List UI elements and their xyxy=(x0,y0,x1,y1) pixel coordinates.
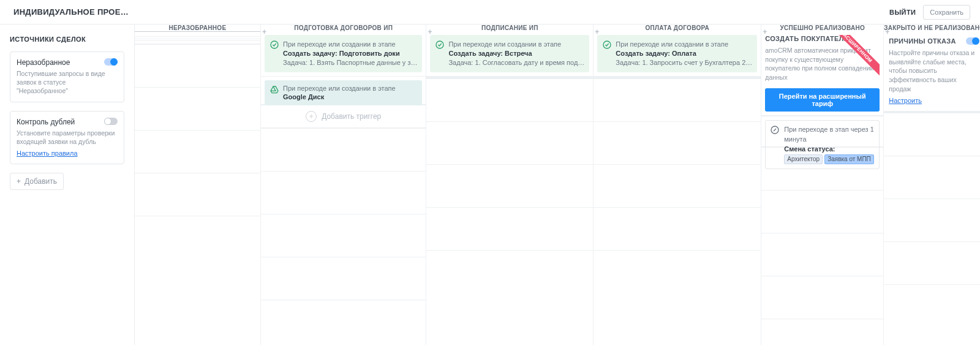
add-source-button[interactable]: + Добавить xyxy=(10,173,64,190)
empty-cell xyxy=(135,31,260,36)
promo-title: СОЗДАТЬ ПОКУПАТЕЛЯ xyxy=(765,35,880,42)
card-sub: Задача: 1. Согласовать дату и время под… xyxy=(448,58,584,67)
edit-icon xyxy=(770,125,780,135)
column-title: ЗАКРЫТО И НЕ РЕАЛИЗОВАНО xyxy=(884,25,980,31)
source-title: Контроль дублей xyxy=(17,118,118,126)
column-header-prep[interactable]: + ПОДГОТОВКА ДОГОВОРОВ ИП xyxy=(261,25,426,31)
status-change-label: Смена статуса: xyxy=(784,145,835,153)
card-sub: Задача: 1. Запросить счет у Бухгалтера 2… xyxy=(616,58,752,67)
trigger-card-status-change[interactable]: При переходе в этап через 1 минута Смена… xyxy=(765,120,880,169)
status-tag-from[interactable]: Архитектор xyxy=(784,154,823,165)
configure-reasons-link[interactable]: Настроить xyxy=(889,97,922,104)
column-title: НЕРАЗОБРАННОЕ xyxy=(169,25,227,31)
source-desc: Установите параметры проверки входящей з… xyxy=(17,129,118,146)
source-desc: Поступившие запросы в виде заявок в стат… xyxy=(17,69,118,96)
pipeline-title-text: ИНДИВИДУАЛЬНОЕ ПРОЕ… xyxy=(13,7,129,17)
source-toggle-unsorted[interactable] xyxy=(104,58,118,66)
column-title: ОПЛАТА ДОГОВОРА xyxy=(645,25,709,31)
add-trigger-label: Добавить триггер xyxy=(322,112,381,121)
configure-rules-link[interactable]: Настроить правила xyxy=(17,150,78,157)
card-title: Создать задачу: Подготовить доки xyxy=(283,49,417,58)
card-pretext: При переходе или создании в этапе xyxy=(448,40,584,49)
svg-point-2 xyxy=(603,41,611,48)
svg-point-0 xyxy=(271,41,278,48)
card-title: Создать задачу: Оплата xyxy=(616,49,752,58)
source-card-unsorted[interactable]: Неразобранное Поступившие запросы в виде… xyxy=(10,51,124,102)
column-title: УСПЕШНО РЕАЛИЗОВАНО xyxy=(780,25,865,31)
svg-point-1 xyxy=(436,41,443,48)
column-title: ПОДПИСАНИЕ ИП xyxy=(481,25,538,31)
google-drive-icon xyxy=(270,85,279,95)
add-trigger-button[interactable]: + Добавить триггер xyxy=(261,105,426,127)
column-header-pay[interactable]: + ОПЛАТА ДОГОВОРА xyxy=(594,25,761,31)
card-pretext: При переходе или создании в этапе xyxy=(283,40,417,49)
source-title: Неразобранное xyxy=(17,58,118,67)
card-pretext: При переходе или создании в этапе xyxy=(283,84,417,93)
trigger-card-pay-task[interactable]: При переходе или создании в этапе Создат… xyxy=(597,35,757,72)
check-circle-icon xyxy=(435,40,445,50)
trigger-card-prep-task[interactable]: При переходе или создании в этапе Создат… xyxy=(265,35,422,72)
exit-link[interactable]: ВЫЙТИ xyxy=(889,9,916,16)
column-title: ПОДГОТОВКА ДОГОВОРОВ ИП xyxy=(294,25,393,31)
column-header-realized[interactable]: + УСПЕШНО РЕАЛИЗОВАНО xyxy=(761,25,883,31)
create-buyer-promo: В РАСШИРЕННОМ СОЗДАТЬ ПОКУПАТЕЛЯ amoCRM … xyxy=(765,35,880,112)
upgrade-plan-button[interactable]: Перейти на расширенный тариф xyxy=(765,88,880,112)
plus-circle-icon: + xyxy=(306,111,317,122)
card-sub: Задача: 1. Взять Паспортные данные у з… xyxy=(283,58,417,67)
reasons-title: ПРИЧИНЫ ОТКАЗА xyxy=(889,37,956,45)
add-source-label: Добавить xyxy=(24,177,57,186)
status-tag-to[interactable]: Заявка от МПП xyxy=(824,154,874,165)
column-header-sign[interactable]: + ПОДПИСАНИЕ ИП xyxy=(426,25,593,31)
column-header-unsorted[interactable]: НЕРАЗОБРАННОЕ xyxy=(135,25,260,31)
card-title: Создать задачу: Встреча xyxy=(448,49,584,58)
check-circle-icon xyxy=(602,40,612,50)
card-pretext: При переходе или создании в этапе xyxy=(616,40,752,49)
source-card-duplicates[interactable]: Контроль дублей Установите параметры про… xyxy=(10,111,124,164)
source-toggle-duplicates[interactable] xyxy=(104,118,118,125)
plus-icon: + xyxy=(17,177,21,186)
card-title: Google Диск xyxy=(283,93,417,102)
reasons-desc: Настройте причины отказа и выявляйте сла… xyxy=(889,48,979,93)
pipeline-title[interactable]: ИНДИВИДУАЛЬНОЕ ПРОЕ… ⌄ xyxy=(0,7,135,17)
save-button[interactable]: Сохранить xyxy=(923,5,970,20)
card-pretext: При переходе в этап через 1 минута xyxy=(784,125,874,145)
sidebar-heading: ИСТОЧНИКИ СДЕЛОК xyxy=(10,36,124,43)
column-header-closed[interactable]: + ЗАКРЫТО И НЕ РЕАЛИЗОВАНО xyxy=(884,25,980,31)
refusal-reasons-card: ПРИЧИНЫ ОТКАЗА Настройте причины отказа … xyxy=(888,35,980,107)
reasons-toggle[interactable] xyxy=(966,37,979,45)
check-circle-icon xyxy=(270,40,279,50)
trigger-card-google-drive[interactable]: При переходе или создании в этапе Google… xyxy=(265,80,422,106)
trigger-card-sign-task[interactable]: При переходе или создании в этапе Создат… xyxy=(430,35,589,72)
